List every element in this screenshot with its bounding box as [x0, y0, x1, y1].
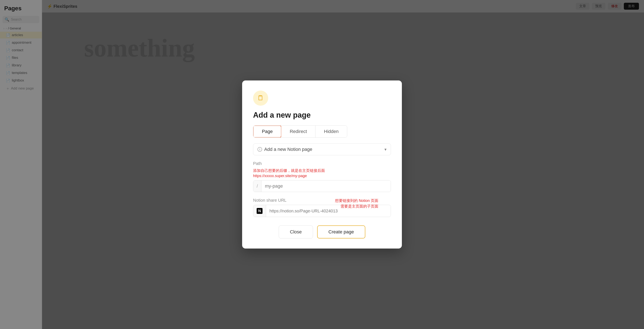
- path-label: Path: [253, 161, 391, 166]
- close-button[interactable]: Close: [279, 225, 313, 239]
- notion-icon-cell: N: [253, 205, 266, 217]
- notion-url-annotation: 想要链接到的 Notion 页面 需要是主页面的子页面: [335, 198, 378, 209]
- tab-hidden[interactable]: Hidden: [316, 126, 347, 137]
- path-annotation: 添加自己想要的后缀，就是在主页链接后面 https://xxxxx.super.…: [253, 168, 391, 179]
- modal-dialog: 🗒 Add a new page Page Redirect Hidden i …: [242, 80, 402, 249]
- path-input[interactable]: [262, 180, 391, 192]
- path-slash: /: [253, 180, 262, 192]
- modal-icon-wrapper: 🗒: [253, 90, 268, 106]
- info-icon: i: [258, 147, 262, 152]
- path-input-container: /: [253, 180, 391, 192]
- document-icon: 🗒: [257, 94, 264, 102]
- tab-redirect[interactable]: Redirect: [281, 126, 316, 137]
- page-type-tabs: Page Redirect Hidden: [253, 125, 347, 138]
- notion-n-logo: N: [257, 208, 262, 214]
- dropdown-label: Add a new Notion page: [264, 147, 312, 152]
- path-section: Path 添加自己想要的后缀，就是在主页链接后面 https://xxxxx.s…: [253, 161, 391, 192]
- modal-overlay[interactable]: 🗒 Add a new page Page Redirect Hidden i …: [0, 0, 644, 329]
- modal-title: Add a new page: [253, 111, 391, 120]
- tab-page[interactable]: Page: [253, 125, 282, 138]
- modal-footer: Close Create page: [253, 225, 391, 239]
- chevron-down-icon: ▾: [384, 147, 386, 152]
- notion-page-dropdown[interactable]: i Add a new Notion page ▾: [253, 143, 391, 155]
- notion-url-section: Notion share URL 想要链接到的 Notion 页面 需要是主页面…: [253, 198, 391, 217]
- create-page-button[interactable]: Create page: [317, 225, 365, 239]
